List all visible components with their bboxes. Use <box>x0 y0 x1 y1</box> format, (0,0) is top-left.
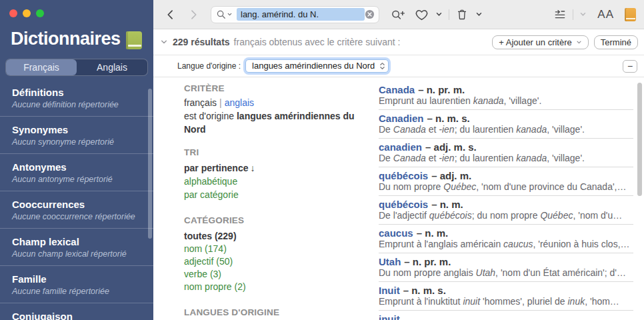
result-headline: Canada– n. pr. m. <box>379 84 633 95</box>
search-input[interactable]: lang. amérind. du N. <box>237 8 365 21</box>
etymology-text: Emprunt à l'anglais américain caucus, 'r… <box>379 239 633 249</box>
headword[interactable]: Inuit <box>379 285 400 296</box>
language-english-link[interactable]: anglais <box>225 97 254 108</box>
sort-option-label: alphabétique <box>184 176 237 187</box>
etymology-text: De Canada et -ien; du laurentien kanada,… <box>379 124 633 135</box>
sidebar-item[interactable]: Synonymes Aucun synonyme répertorié <box>0 117 153 154</box>
sidebar-item[interactable]: Conjugaison Aucune conjugaison <box>0 303 153 320</box>
sidebar-scrollbar[interactable] <box>148 89 152 239</box>
search-scope-menu[interactable] <box>216 9 233 20</box>
part-of-speech: – n. m. <box>431 199 463 210</box>
results-header: 229 résultats français obtenus avec le c… <box>153 29 644 55</box>
category-option[interactable]: toutes (229) <box>184 230 365 243</box>
headword[interactable]: québécois <box>379 170 428 181</box>
headword[interactable]: canadien <box>379 141 422 153</box>
language-french-link[interactable]: français <box>184 97 217 108</box>
result-entry[interactable]: Inuit– n. m. s. Emprunt à l'inuktitut in… <box>379 282 633 311</box>
sidebar-item[interactable]: Champ lexical Aucun champ lexical répert… <box>0 229 153 266</box>
result-entry[interactable]: québécois– adj. m. Du nom propre Québec,… <box>379 167 633 196</box>
result-entry[interactable]: Canadien– n. m. s. De Canada et -ien; du… <box>379 110 633 139</box>
add-criterion-button[interactable]: + Ajouter un critère <box>492 35 588 49</box>
criterion-prefix: est d'origine <box>184 111 237 121</box>
result-headline: caucus– n. m. <box>379 227 633 239</box>
back-button[interactable] <box>164 8 177 21</box>
language-tabs: Français Anglais <box>5 59 148 76</box>
results-count-caption: français obtenus avec le critère suivant… <box>234 37 401 47</box>
sidebar-item-title: Champ lexical <box>12 235 144 248</box>
trash-button[interactable] <box>455 8 469 21</box>
result-headline: québécois– adj. m. <box>379 170 633 181</box>
result-headline: canadien– adj. m. s. <box>379 141 633 153</box>
app-window: Dictionnaires Français Anglais Définitio… <box>0 0 644 320</box>
result-entry[interactable]: Utah– n. pr. m. Du nom propre anglais Ut… <box>379 253 633 282</box>
zoom-window-button[interactable] <box>36 9 44 17</box>
panel-menu-chevron[interactable] <box>579 11 587 18</box>
result-entry[interactable]: canadien– adj. m. s. De Canada et -ien; … <box>379 139 633 167</box>
forward-button[interactable] <box>187 8 200 21</box>
toolbar: lang. amérind. du N. <box>153 0 644 29</box>
headword[interactable]: Canada <box>379 84 415 95</box>
close-window-button[interactable] <box>9 9 17 17</box>
headword[interactable]: caucus <box>379 227 413 239</box>
etymology-text: Du nom propre anglais Utah, 'nom d'un Ét… <box>379 267 633 278</box>
category-option[interactable]: nom (174) <box>184 243 365 255</box>
content-area: CRITÈRE français|anglais est d'origine l… <box>153 77 644 320</box>
part-of-speech: – n. m. s. <box>403 285 446 296</box>
sidebar-item-subtitle: Aucun antonyme répertorié <box>12 174 144 185</box>
sidebar-item[interactable]: Famille Aucune famille répertoriée <box>0 266 153 303</box>
categories-section-header: CATÉGORIES <box>184 215 365 225</box>
headword[interactable]: inuit <box>379 313 400 320</box>
sidebar-item[interactable]: Définitions Aucune définition répertorié… <box>0 79 153 117</box>
result-headline: québécois– n. m. <box>379 199 633 210</box>
category-option[interactable]: adjectif (50) <box>184 255 365 268</box>
chevron-down-icon <box>160 38 168 46</box>
add-criterion-label: + Ajouter un critère <box>499 37 571 47</box>
results-scrollbar[interactable] <box>637 83 642 196</box>
clear-search-icon[interactable] <box>365 9 375 19</box>
result-entry[interactable]: inuit <box>379 311 633 320</box>
reading-list-button[interactable] <box>553 8 567 21</box>
sidebar: Dictionnaires Français Anglais Définitio… <box>0 0 153 320</box>
sidebar-item-title: Cooccurrences <box>12 198 144 211</box>
origin-language-value: langues amérindiennes du Nord <box>252 61 375 71</box>
part-of-speech: – n. m. <box>417 227 449 239</box>
green-book-icon <box>126 31 142 49</box>
sort-option[interactable]: alphabétique <box>184 175 365 188</box>
sidebar-item-title: Définitions <box>12 86 144 99</box>
result-headline: Canadien– n. m. s. <box>379 113 633 124</box>
category-option[interactable]: nom propre (2) <box>184 281 365 293</box>
result-entry[interactable]: québécois– n. m. De l'adjectif québécois… <box>379 196 633 225</box>
sidebar-item-subtitle: Aucune cooccurrence répertoriée <box>12 211 144 222</box>
sidebar-item[interactable]: Antonymes Aucun antonyme répertorié <box>0 154 153 191</box>
orange-book-icon <box>625 8 636 21</box>
part-of-speech: – n. m. s. <box>427 113 470 124</box>
sort-option[interactable]: par catégorie <box>184 188 365 201</box>
trash-menu-chevron[interactable] <box>475 11 483 18</box>
remove-criterion-button[interactable]: − <box>623 60 637 73</box>
origin-language-select[interactable]: langues amérindiennes du Nord <box>245 59 389 73</box>
minimize-window-button[interactable] <box>23 9 31 17</box>
language-tab[interactable]: Anglais <box>77 59 147 75</box>
result-entry[interactable]: Canada– n. pr. m. Emprunt au laurentien … <box>379 81 633 110</box>
search-field[interactable]: lang. amérind. du N. <box>211 6 379 23</box>
dictionary-book-button[interactable] <box>625 8 636 21</box>
sort-option[interactable]: par pertinence↓ <box>184 161 365 175</box>
language-tab[interactable]: Français <box>6 59 77 75</box>
headword[interactable]: Utah <box>379 256 401 267</box>
result-entry[interactable]: caucus– n. m. Emprunt à l'anglais améric… <box>379 225 633 253</box>
text-size-button[interactable]: AA <box>597 8 614 21</box>
chevron-down-icon <box>475 11 483 18</box>
collapse-results-chevron[interactable] <box>160 38 168 46</box>
category-option[interactable]: verbe (3) <box>184 268 365 281</box>
done-button[interactable]: Terminé <box>594 35 638 49</box>
headword[interactable]: Canadien <box>379 113 424 124</box>
favorites-button[interactable] <box>415 8 429 21</box>
sidebar-item[interactable]: Cooccurrences Aucune cooccurrence répert… <box>0 191 153 229</box>
new-search-button[interactable] <box>391 8 405 21</box>
chevron-down-icon <box>576 39 582 45</box>
sidebar-item-subtitle: Aucun synonyme répertorié <box>12 137 144 147</box>
favorites-menu-chevron[interactable] <box>435 11 443 18</box>
sort-option-label: par catégorie <box>184 189 239 200</box>
headword[interactable]: québécois <box>379 199 428 210</box>
criterion-label: Langue d'origine : <box>177 61 241 71</box>
